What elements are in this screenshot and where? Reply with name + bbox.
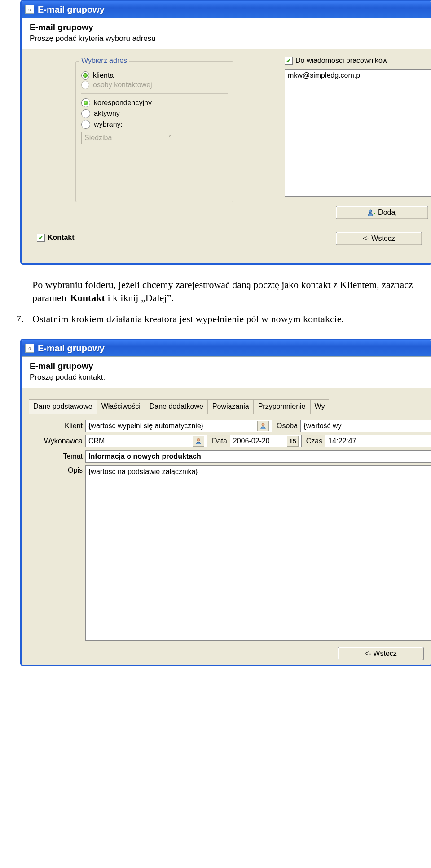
chevron-down-icon: ˅ <box>165 134 174 142</box>
label-opis: Opis <box>29 465 85 474</box>
wizard-title: E-mail grupowy <box>30 22 423 32</box>
cc-employees-check[interactable]: ✔ Do wiadomości pracowników <box>285 57 387 65</box>
field-data[interactable]: 2006-02-20 15 <box>230 435 302 447</box>
radio-aktywny-row[interactable]: aktywny <box>81 109 228 118</box>
svg-point-0 <box>369 210 372 213</box>
wizard-footer: ✔ Kontakt <- Wstecz <box>22 232 431 263</box>
field-osoba[interactable]: {wartość wy <box>300 420 431 432</box>
value-temat: Informacja o nowych produktach <box>88 452 201 461</box>
doc-para-1: Po wybraniu folderu, jeżeli chcemy zarej… <box>32 278 427 304</box>
titlebar[interactable]: o E-mail grupowy <box>22 1 431 18</box>
person-add-icon <box>367 209 375 216</box>
tab-powiazania[interactable]: Powiązania <box>208 399 254 414</box>
radio-osoby-label: osoby kontaktowej <box>93 81 152 89</box>
field-wykonawca[interactable]: CRM <box>85 435 207 447</box>
wizard-window-1: o E-mail grupowy E-mail grupowy Proszę p… <box>20 0 431 265</box>
window-title: E-mail grupowy <box>38 4 105 15</box>
radio-klienta-row[interactable]: klienta <box>81 71 228 80</box>
address-groupbox: Wybierz adres klienta osoby kontaktowej … <box>75 61 233 202</box>
radio-wybrany-row[interactable]: wybrany: <box>81 120 228 129</box>
kontakt-checkbox[interactable]: ✔ <box>37 234 45 242</box>
kontakt-label: Kontakt <box>48 234 75 242</box>
radio-wybrany-label: wybrany: <box>94 120 123 128</box>
radio-aktywny-label: aktywny <box>94 110 120 118</box>
field-temat[interactable]: Informacja o nowych produktach <box>85 450 431 463</box>
radio-koresp-row[interactable]: korespondencyjny <box>81 98 228 107</box>
titlebar-2[interactable]: o E-mail grupowy <box>22 340 431 356</box>
add-button-label: Dodaj <box>378 208 397 217</box>
label-temat: Temat <box>29 452 85 461</box>
wizard-title-2: E-mail grupowy <box>30 361 423 371</box>
group-separator <box>81 93 228 94</box>
address-type-value: Siedziba <box>84 134 112 142</box>
document-body: Po wybraniu folderu, jeżeli chcemy zarej… <box>0 265 431 339</box>
cc-employees-list[interactable]: mkw@simpledg.com.pl <box>285 69 431 197</box>
wizard-footer-2: <- Wstecz <box>22 643 431 665</box>
app-icon: o <box>25 5 34 14</box>
field-opis[interactable]: {wartość na podstawie załącznika} <box>85 465 431 641</box>
tab-dane-dodatkowe[interactable]: Dane dodatkowe <box>145 399 208 414</box>
wizard-header-2: E-mail grupowy Proszę podać kontakt. <box>22 356 431 388</box>
value-wykonawca: CRM <box>88 437 105 445</box>
app-icon-2: o <box>25 344 34 353</box>
radio-klienta[interactable] <box>81 71 89 80</box>
radio-koresp[interactable] <box>81 98 90 107</box>
label-osoba: Osoba <box>272 422 300 430</box>
label-wykonawca: Wykonawca <box>29 437 85 445</box>
doc-bold-kontakt: Kontakt <box>70 292 105 303</box>
radio-klienta-label: klienta <box>93 71 114 80</box>
tab-strip: Dane podstawowe Właściwości Dane dodatko… <box>29 399 431 414</box>
person-picker-icon[interactable] <box>257 421 269 431</box>
wizard-header: E-mail grupowy Proszę podać kryteria wyb… <box>22 18 431 49</box>
back-button-2-label: <- Wstecz <box>365 650 397 658</box>
wizard-window-2: o E-mail grupowy E-mail grupowy Proszę p… <box>20 339 431 666</box>
tab-panel-dane-podstawowe: Klient {wartość wypełni się automatyczni… <box>29 414 431 641</box>
tab-przypomnienie[interactable]: Przypomnienie <box>254 399 310 414</box>
cc-employee-value: mkw@simpledg.com.pl <box>288 71 431 80</box>
wizard-subtitle: Proszę podać kryteria wyboru adresu <box>30 34 423 43</box>
tab-wy[interactable]: Wy <box>310 399 329 414</box>
back-button-label: <- Wstecz <box>363 235 395 243</box>
window-title-2: E-mail grupowy <box>38 343 105 354</box>
radio-osoby <box>81 81 89 89</box>
address-type-select[interactable]: Siedziba ˅ <box>81 132 177 144</box>
tab-dane-podstawowe[interactable]: Dane podstawowe <box>29 399 97 414</box>
cc-employees-checkbox[interactable]: ✔ <box>285 57 293 65</box>
list-item-text: Ostatnim krokiem działania kreatora jest… <box>32 313 344 324</box>
back-button[interactable]: <- Wstecz <box>336 232 422 245</box>
label-czas: Czas <box>302 437 325 445</box>
field-klient[interactable]: {wartość wypełni się automatycznie} <box>85 420 272 432</box>
kontakt-check[interactable]: ✔ Kontakt <box>37 234 75 242</box>
value-opis: {wartość na podstawie załącznika} <box>88 468 198 475</box>
radio-wybrany[interactable] <box>81 120 90 129</box>
cc-employees-label: Do wiadomości pracowników <box>295 57 387 65</box>
field-czas[interactable]: 14:22:47 <box>325 435 431 447</box>
doc-list-item-7: 7. Ostatnim krokiem działania kreatora j… <box>32 312 427 325</box>
value-czas: 14:22:47 <box>328 437 356 445</box>
label-data: Data <box>207 437 230 445</box>
address-group-legend: Wybierz adres <box>79 57 129 65</box>
value-osoba: {wartość wy <box>303 422 341 430</box>
radio-osoby-row: osoby kontaktowej <box>81 81 228 89</box>
list-number: 7. <box>16 312 24 325</box>
back-button-2[interactable]: <- Wstecz <box>338 647 424 660</box>
doc-para-text-2: i kliknij „Dalej”. <box>105 292 174 303</box>
wizard-subtitle-2: Proszę podać kontakt. <box>30 373 423 382</box>
tab-wlasciwosci[interactable]: Właściwości <box>97 399 145 414</box>
radio-koresp-label: korespondencyjny <box>94 99 152 107</box>
svg-point-2 <box>197 438 200 441</box>
person-picker-icon-2[interactable] <box>193 436 204 447</box>
label-klient: Klient <box>29 422 85 430</box>
add-button[interactable]: Dodaj <box>336 206 428 219</box>
radio-aktywny[interactable] <box>81 109 90 118</box>
value-data: 2006-02-20 <box>233 437 270 445</box>
value-klient: {wartość wypełni się automatycznie} <box>88 422 203 430</box>
svg-point-1 <box>262 423 264 426</box>
calendar-picker-icon[interactable]: 15 <box>287 436 299 447</box>
